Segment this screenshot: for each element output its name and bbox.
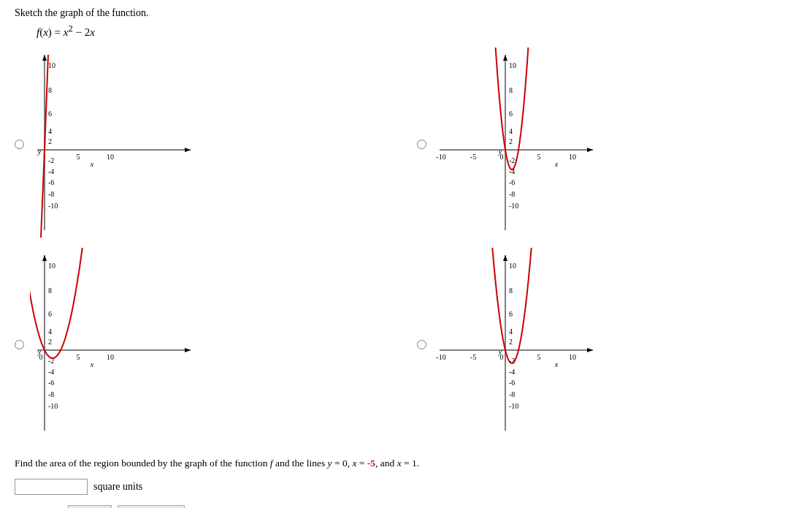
graph-a: 5 10 -5 -10 10 8 6 4 2 -2 -4 -6 -8 -10 y… [30,48,191,240]
svg-text:5: 5 [537,153,541,161]
svg-text:10: 10 [48,61,55,69]
svg-text:5: 5 [537,353,541,361]
svg-text:0: 0 [500,353,504,361]
svg-text:-8: -8 [48,390,54,398]
svg-text:-10: -10 [436,153,445,161]
svg-text:-2: -2 [509,156,515,164]
svg-text:-6: -6 [509,178,515,186]
radio-a[interactable] [15,140,24,149]
svg-text:-8: -8 [509,390,515,398]
svg-text:4: 4 [48,327,52,335]
svg-text:10: 10 [569,353,576,361]
svg-text:-4: -4 [48,368,54,376]
radio-c[interactable] [15,340,24,349]
svg-text:-6: -6 [48,379,54,387]
svg-text:6: 6 [509,310,513,318]
svg-text:0: 0 [500,153,504,161]
svg-text:-8: -8 [509,190,515,198]
svg-text:10: 10 [509,262,516,270]
svg-text:4: 4 [509,327,513,335]
svg-text:4: 4 [509,127,513,135]
graph-d: -5 -10 5 10 10 8 6 4 2 -2 -4 -6 -8 -10 y… [432,248,593,441]
graph-option-a: 5 10 -5 -10 10 8 6 4 2 -2 -4 -6 -8 -10 y… [15,48,395,240]
unit-label: square units [93,481,142,493]
svg-text:10: 10 [107,353,114,361]
function-label: f(x) = x2 − 2x [37,23,797,39]
graph-b: -5 -10 5 10 10 8 6 4 2 -2 -4 -6 -8 -10 y… [432,48,593,240]
svg-text:2: 2 [509,137,513,145]
svg-text:-8: -8 [48,190,54,198]
svg-text:10: 10 [107,153,114,161]
svg-text:10: 10 [48,262,55,270]
svg-text:-4: -4 [509,368,515,376]
svg-text:8: 8 [509,287,513,295]
svg-text:-10: -10 [509,202,518,210]
svg-text:4: 4 [48,127,52,135]
svg-text:x: x [554,160,559,168]
svg-text:2: 2 [48,137,52,145]
svg-text:8: 8 [48,287,52,295]
svg-text:8: 8 [509,86,513,94]
svg-marker-64 [503,255,508,261]
svg-marker-44 [185,348,191,352]
svg-text:2: 2 [48,338,52,346]
svg-text:-5: -5 [470,353,476,361]
svg-text:-5: -5 [470,153,476,161]
svg-marker-65 [587,348,593,352]
svg-text:-10: -10 [436,353,445,361]
svg-text:10: 10 [569,153,576,161]
svg-marker-3 [185,148,191,152]
graph-option-d: -5 -10 5 10 10 8 6 4 2 -2 -4 -6 -8 -10 y… [417,248,797,441]
svg-text:-6: -6 [509,379,515,387]
svg-text:5: 5 [77,153,80,161]
svg-text:-10: -10 [48,402,58,410]
svg-text:y: y [37,148,42,156]
svg-text:-6: -6 [48,178,54,186]
svg-text:8: 8 [48,86,52,94]
radio-b[interactable] [417,140,426,149]
graph-c: 5 10 -5 -10 10 8 6 4 2 -2 -4 -6 -8 -10 y… [30,248,191,441]
graph-option-b: -5 -10 5 10 10 8 6 4 2 -2 -4 -6 -8 -10 y… [417,48,797,240]
read-it-button[interactable]: Read It [68,505,112,508]
svg-text:2: 2 [509,338,513,346]
radio-d[interactable] [417,340,426,349]
svg-text:5: 5 [77,353,80,361]
graph-option-c: 5 10 -5 -10 10 8 6 4 2 -2 -4 -6 -8 -10 y… [15,248,395,441]
svg-text:-10: -10 [48,202,58,210]
svg-text:10: 10 [509,61,516,69]
svg-text:x: x [554,360,559,368]
svg-text:x: x [90,360,94,368]
answer-input[interactable] [15,479,88,495]
svg-marker-43 [42,255,47,261]
svg-text:-4: -4 [48,167,54,175]
graphs-container: 5 10 -5 -10 10 8 6 4 2 -2 -4 -6 -8 -10 y… [15,48,797,441]
svg-text:-10: -10 [509,402,518,410]
area-question: Find the area of the region bounded by t… [15,455,797,471]
svg-text:x: x [90,160,94,168]
help-row: Need Help? Read It Chat About It [15,505,797,508]
chat-about-it-button[interactable]: Chat About It [118,505,184,508]
svg-text:6: 6 [509,110,513,118]
problem-title: Sketch the graph of the function. [15,7,797,19]
svg-text:-2: -2 [48,156,54,164]
svg-marker-22 [503,55,508,61]
svg-text:6: 6 [48,310,52,318]
answer-row: square units [15,479,797,495]
svg-text:6: 6 [48,110,52,118]
svg-marker-23 [587,148,593,152]
svg-text:0: 0 [39,353,43,361]
svg-marker-2 [42,55,47,61]
